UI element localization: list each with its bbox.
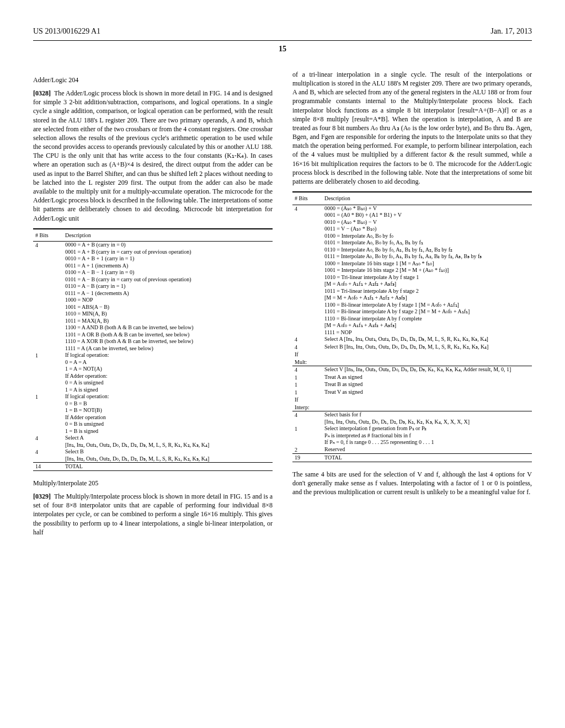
table-total-row: 14 TOTAL	[33, 463, 273, 471]
table-row: 1Treat V as signed	[292, 389, 532, 397]
para-text: The Adder/Logic process block is shown i…	[33, 89, 273, 222]
col-header-desc: Description	[63, 229, 273, 242]
table-row: 4Select B [In₁, In₂, Out₁, Out₂, D₀, D₁,…	[33, 448, 273, 463]
para-right-bottom: The same 4 bits are used for the selecti…	[292, 470, 532, 497]
table-section-row: If Mult:	[292, 351, 532, 366]
table-row: 40000 = (A₁₀ * B₁₀) + V 0001 = (A0 * B0)…	[292, 205, 532, 336]
page-number: 15	[33, 44, 532, 55]
right-column: of a tri-linear interpolation in a singl…	[292, 70, 532, 542]
para-right-top: of a tri-linear interpolation in a singl…	[292, 70, 532, 186]
col-header-bits: # Bits	[292, 192, 322, 205]
table-row: 4Select A [In₁, In₂, Out₁, Out₂, D₀, D₁,…	[33, 435, 273, 448]
table-row: 4Select basis for f [In₁, In₂, Out₁, Out…	[292, 411, 532, 426]
table-row: 1Treat A as signed	[292, 374, 532, 382]
left-column: Adder/Logic 204 [0328]The Adder/Logic pr…	[33, 70, 273, 542]
heading-adder-logic: Adder/Logic 204	[33, 76, 273, 84]
para-number: [0329]	[33, 493, 54, 500]
table-adder-logic: # Bits Description 40000 = A + B (carry …	[33, 228, 273, 471]
table-row: 2Reserved	[292, 446, 532, 454]
page-header: US 2013/0016229 A1 Jan. 17, 2013	[33, 26, 532, 37]
para-0328: [0328]The Adder/Logic process block is s…	[33, 89, 273, 223]
table-row: 4Select B [In₁, In₂, Out₁, Out₂, D₀, D₁,…	[292, 344, 532, 351]
para-0329: [0329]The Multiply/Interpolate process b…	[33, 492, 273, 537]
body-columns: Adder/Logic 204 [0328]The Adder/Logic pr…	[33, 70, 532, 542]
table-section-row: If Interp:	[292, 396, 532, 411]
table-row: 4Select A [In₁, In₂, Out₁, Out₂, D₀, D₁,…	[292, 336, 532, 344]
publication-date: Jan. 17, 2013	[491, 26, 532, 37]
table-row: 1If logical operation: 0 = B = B 1 = B =…	[33, 393, 273, 435]
heading-multiply-interpolate: Multiply/Interpolate 205	[33, 479, 273, 488]
table-row: 40000 = A + B (carry in = 0) 0001 = A + …	[33, 242, 273, 352]
para-text: The Multiply/Interpolate process block i…	[33, 493, 273, 536]
table-row: 1Select interpolation f generation from …	[292, 425, 532, 446]
publication-number: US 2013/0016229 A1	[33, 26, 100, 37]
table-multiply-interpolate: # Bits Description 40000 = (A₁₀ * B₁₀) +…	[292, 191, 532, 462]
header-rule	[33, 40, 532, 41]
para-number: [0328]	[33, 89, 54, 97]
col-header-bits: # Bits	[33, 229, 63, 242]
col-header-desc: Description	[322, 192, 532, 205]
table-row: 1Treat B as signed	[292, 381, 532, 389]
table-total-row: 19 TOTAL	[292, 454, 532, 462]
table-row: 4Select V [In₁, In₂, Out₁, Out₂, D₀, D₁,…	[292, 366, 532, 374]
table-row: 1If logical operation: 0 = A = A 1 = A =…	[33, 352, 273, 393]
